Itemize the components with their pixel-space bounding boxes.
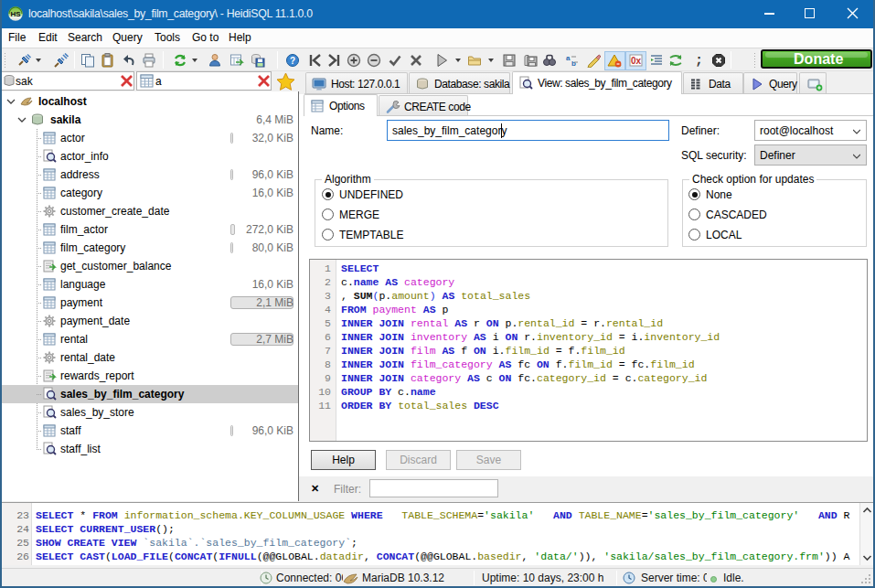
svg-text:?: ? xyxy=(290,56,295,66)
svg-text:HS: HS xyxy=(10,10,21,18)
svg-text:b: b xyxy=(571,59,576,68)
svg-text:0x: 0x xyxy=(631,56,642,66)
svg-text:a: a xyxy=(566,54,571,62)
